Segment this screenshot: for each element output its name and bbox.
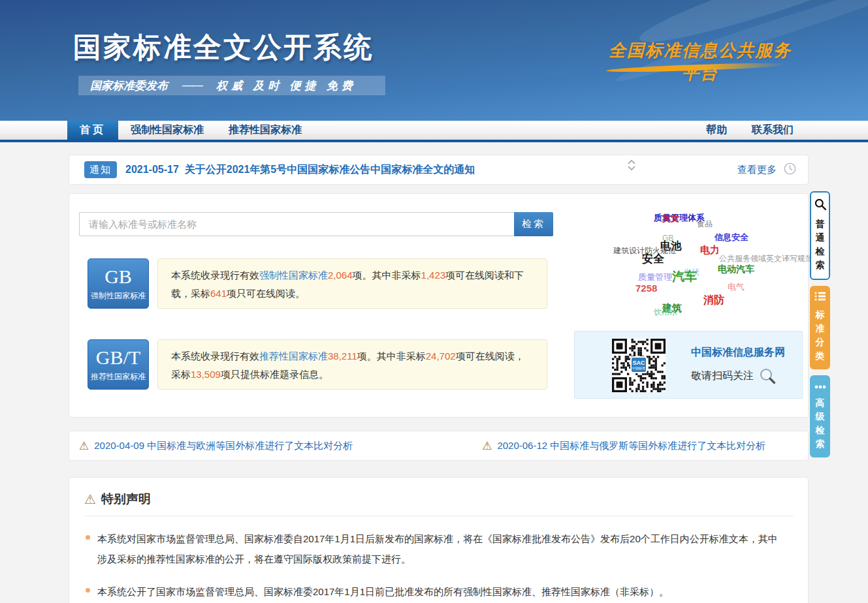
dots-icon (814, 380, 827, 392)
clock-icon[interactable] (784, 162, 796, 175)
slogan-label: 权威 及时 便捷 免费 (216, 78, 357, 93)
site-subtitle: 国家标准委发布 —— 权威 及时 便捷 免费 (78, 76, 385, 95)
main-navbar: 首页强制性国家标准推荐性国家标准 帮助联系我们 (0, 121, 868, 142)
nav-tab-1[interactable]: 强制性国家标准 (118, 121, 216, 140)
analysis-notice-1[interactable]: ⚠2020-06-12 中国标准与俄罗斯等国外标准进行了文本比对分析 (482, 439, 765, 453)
sidebar-tab-0[interactable]: 普通检索 (810, 191, 830, 280)
sidebar-tab-2[interactable]: 高级检索 (810, 375, 830, 457)
header-banner: 国家标准全文公开系统 国家标准委发布 —— 权威 及时 便捷 免费 全国标准信息… (0, 0, 868, 121)
analysis-notice-text: 2020-06-12 中国标准与俄罗斯等国外标准进行了文本比对分析 (497, 440, 765, 452)
warning-icon: ⚠ (84, 491, 96, 507)
search-input[interactable] (79, 212, 514, 236)
main-panel: 检索 GB 强制性国家标准 本系统收录现行有效强制性国家标准2,064项。其中非… (69, 193, 809, 418)
site-title: 国家标准全文公开系统 (73, 29, 374, 67)
chevron-down-icon[interactable] (628, 166, 635, 171)
chevron-up-icon[interactable] (628, 159, 635, 164)
search-icon (814, 198, 827, 213)
keyword-tag[interactable]: 信息安全 (715, 233, 748, 242)
qr-code-image: SAC 中国标准 (612, 339, 666, 392)
nav-tab-0[interactable]: 首页 (67, 121, 118, 140)
sidebar-tab-label: 标准分类 (816, 308, 825, 363)
notice-date: 2021-05-17 (125, 164, 179, 175)
warning-icon: ⚠ (482, 439, 492, 453)
sidebar-tab-1[interactable]: 标准分类 (810, 286, 830, 369)
view-more-link[interactable]: 查看更多 (737, 164, 777, 176)
analysis-notices-row: ⚠2020-04-09 中国标准与欧洲等国外标准进行了文本比对分析⚠2020-0… (69, 431, 809, 461)
qr-text-block: 中国标准信息服务网 敬请扫码关注 (691, 346, 785, 384)
keyword-tag[interactable]: 英文 (662, 214, 679, 223)
statement-title-row: ⚠ 特别声明 (84, 491, 793, 508)
notice-link[interactable]: 2021-05-17 关于公开2021年第5号中国国家标准公告中国家标准全文的通… (125, 163, 475, 177)
count-value: 38,211 (328, 350, 357, 362)
gb-description: 本系统收录现行有效强制性国家标准2,064项。其中非采标1,423项可在线阅读和… (157, 258, 547, 309)
standard-type-link[interactable]: 强制性国家标准 (259, 270, 328, 281)
count-value: 13,509 (191, 369, 221, 380)
nav-tabs: 首页强制性国家标准推荐性国家标准 (67, 121, 314, 140)
gbt-code: GB/T (96, 347, 140, 369)
subtitle-dash: —— (182, 79, 202, 92)
qr-site-link[interactable]: 中国标准信息服务网 (691, 346, 785, 360)
warning-icon: ⚠ (79, 439, 89, 453)
keyword-tag[interactable]: 公共服务领域英文译写规范 (719, 255, 813, 263)
qr-panel: SAC 中国标准 中国标准信息服务网 敬请扫码关注 (574, 331, 803, 399)
special-statement-panel: ⚠ 特别声明 本系统对国家市场监督管理总局、国家标准委自2017年1月1日后新发… (69, 477, 809, 603)
magnifier-icon (759, 367, 776, 384)
right-sidebar-tabs: 普通检索标准分类高级检索 (810, 191, 830, 463)
keyword-tag[interactable]: 电气 (728, 283, 745, 292)
keyword-tag[interactable]: 汽车 (672, 270, 697, 284)
gbt-description: 本系统收录现行有效推荐性国家标准38,211项。其中非采标24,702项可在线阅… (157, 339, 547, 390)
keyword-tag[interactable]: 7258 (635, 283, 657, 294)
qr-logo-subtext: 中国标准 (632, 367, 646, 370)
keyword-tag[interactable]: 饮用水 (654, 308, 677, 317)
keyword-tag[interactable]: 食品 (697, 220, 713, 228)
notice-bar: 通知 2021-05-17 关于公开2021年第5号中国国家标准公告中国家标准全… (69, 155, 809, 185)
statement-list: 本系统对国家市场监督管理总局、国家标准委自2017年1月1日后新发布的国家标准，… (84, 529, 793, 603)
gbt-label: 推荐性国家标准 (91, 371, 146, 382)
gb-label: 强制性国家标准 (91, 290, 146, 302)
keyword-tag[interactable]: 消防 (703, 294, 724, 306)
qr-follow-row: 敬请扫码关注 (691, 367, 785, 384)
publisher-label: 国家标准委发布 (90, 78, 168, 93)
gbt-category-box[interactable]: GB/T 推荐性国家标准 (88, 339, 149, 390)
keyword-tag[interactable]: 质量管理 (638, 273, 672, 282)
count-value: 641 (210, 288, 227, 299)
count-value: 2,064 (328, 270, 353, 281)
qr-follow-label: 敬请扫码关注 (691, 369, 754, 383)
qr-logo-text: SAC (632, 360, 646, 366)
sidebar-tab-label: 高级检索 (816, 396, 825, 451)
standard-type-link[interactable]: 推荐性国家标准 (259, 350, 328, 362)
platform-name: 全国标准信息公共服务平台 (602, 39, 798, 85)
gb-category-box[interactable]: GB 强制性国家标准 (88, 258, 149, 309)
notice-scroll-arrows (628, 159, 635, 171)
analysis-notice-text: 2020-04-09 中国标准与欧洲等国外标准进行了文本比对分析 (94, 440, 353, 452)
desc-text: 本系统收录现行有效 (171, 350, 259, 362)
list-icon (814, 291, 826, 304)
desc-text: 项。其中非采标 (357, 350, 426, 362)
notice-title: 关于公开2021年第5号中国国家标准公告中国家标准全文的通知 (185, 164, 475, 175)
desc-text: 项只提供标准题录信息。 (221, 369, 329, 380)
divider (84, 516, 794, 516)
statement-item-0: 本系统对国家市场监督管理总局、国家标准委自2017年1月1日后新发布的国家标准，… (84, 529, 793, 569)
desc-text: 项。其中非采标 (353, 270, 421, 281)
count-value: 1,423 (421, 270, 446, 281)
nav-tab-2[interactable]: 推荐性国家标准 (216, 121, 314, 140)
nav-links-right: 帮助联系我们 (694, 121, 806, 140)
keyword-cloud: 质量管理体系英文食品GB信息安全电池建筑设计防火规范电力安全公共服务领域英文译写… (588, 203, 814, 327)
keyword-tag[interactable]: 电动汽车 (718, 264, 754, 274)
search-button[interactable]: 检索 (514, 212, 553, 236)
nav-link-1[interactable]: 联系我们 (739, 121, 806, 140)
sidebar-tab-label: 普通检索 (816, 217, 825, 272)
desc-text: 项只可在线阅读。 (227, 288, 305, 299)
nav-link-0[interactable]: 帮助 (694, 121, 739, 140)
count-value: 24,702 (426, 350, 456, 362)
qr-center-logo: SAC 中国标准 (630, 356, 647, 373)
statement-title: 特别声明 (101, 491, 151, 508)
notice-badge[interactable]: 通知 (84, 161, 117, 178)
desc-text: 本系统收录现行有效 (171, 270, 259, 281)
keyword-tag[interactable]: 电力 (700, 245, 720, 256)
statement-item-1: 本系统公开了国家市场监督管理总局、国家标准委2017年1月1日前已批准发布的所有… (84, 581, 793, 602)
analysis-notice-0[interactable]: ⚠2020-04-09 中国标准与欧洲等国外标准进行了文本比对分析 (79, 439, 353, 453)
page: 国家标准全文公开系统 国家标准委发布 —— 权威 及时 便捷 免费 全国标准信息… (0, 0, 868, 603)
gb-code: GB (104, 266, 132, 288)
keyword-tag[interactable]: 安全 (642, 253, 664, 266)
